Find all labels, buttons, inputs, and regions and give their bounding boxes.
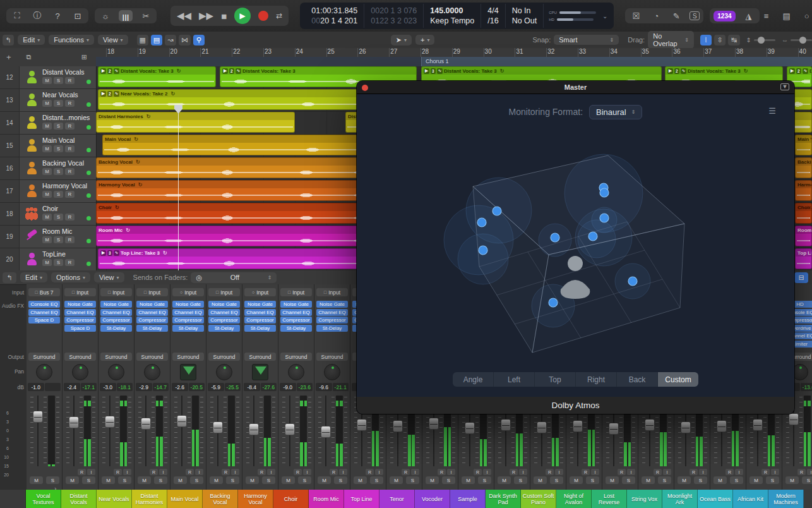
surround-panner[interactable]: [180, 364, 196, 380]
record-button[interactable]: R: [65, 236, 75, 243]
solo-button[interactable]: S: [766, 476, 779, 484]
fader-handle[interactable]: [609, 423, 619, 435]
mixer-options-menu[interactable]: Options▾: [51, 272, 90, 282]
solo-button[interactable]: S: [226, 476, 239, 484]
output-button[interactable]: Surround: [100, 353, 132, 361]
vertical-zoom-slider[interactable]: ⇕: [746, 37, 775, 44]
bottom-track-label[interactable]: Distant Vocals: [61, 490, 97, 508]
output-button[interactable]: Surround: [172, 353, 204, 361]
track-on-indicator[interactable]: [87, 171, 91, 175]
fader-handle[interactable]: [249, 423, 259, 435]
vertical-auto-zoom-button[interactable]: ⇳: [714, 35, 725, 45]
track-on-indicator[interactable]: [87, 216, 91, 221]
region[interactable]: Room Mic: [795, 226, 812, 246]
input-monitor-button[interactable]: I: [699, 469, 707, 475]
record-button[interactable]: [258, 11, 268, 21]
track-on-indicator[interactable]: [87, 125, 91, 130]
record-enable-button[interactable]: R: [294, 469, 302, 475]
mixer-strip-view-button[interactable]: ⊟: [794, 272, 808, 283]
fader-handle[interactable]: [357, 419, 367, 431]
mute-button[interactable]: M: [30, 476, 43, 484]
plugin-slot[interactable]: Channel EQ: [280, 309, 312, 316]
solo-button[interactable]: S: [54, 191, 63, 198]
solo-button[interactable]: S: [82, 476, 95, 484]
help-icon[interactable]: ?: [51, 10, 64, 21]
track-header-body[interactable]: Harmony VocalMSR: [20, 180, 96, 202]
fader-handle[interactable]: [573, 420, 583, 432]
brightness-icon[interactable]: ☼: [99, 10, 112, 21]
plugin-slot[interactable]: Noise Gate: [280, 301, 312, 308]
close-icon[interactable]: [362, 85, 368, 91]
track-header-body[interactable]: TopLineMSR: [20, 248, 96, 270]
scissors-icon[interactable]: ✂: [139, 10, 153, 21]
output-button[interactable]: Surround: [64, 353, 96, 361]
track-on-indicator[interactable]: [87, 262, 91, 266]
output-button[interactable]: Surround: [136, 353, 168, 361]
horizontal-zoom-slider[interactable]: ⇔: [782, 37, 812, 44]
plugin-slot[interactable]: Compressor: [280, 317, 312, 324]
solo-icon[interactable]: S: [690, 11, 700, 20]
bottom-track-label[interactable]: Dark Synth Pad: [486, 490, 521, 508]
plugin-slot[interactable]: St-Delay: [316, 325, 348, 332]
fader-handle[interactable]: [393, 420, 403, 432]
plugin-slot[interactable]: Channel EQ: [28, 309, 60, 316]
crossfade-icon[interactable]: ⋈: [179, 35, 190, 45]
output-button[interactable]: Surround: [316, 353, 348, 361]
mute-button[interactable]: M: [318, 476, 331, 484]
pan-knob[interactable]: [324, 364, 340, 380]
fader-handle[interactable]: [501, 419, 511, 431]
no-overlap-icon[interactable]: ☒: [629, 10, 643, 21]
info-icon[interactable]: ⓘ: [30, 10, 44, 21]
take-play-icon[interactable]: ▶: [100, 68, 106, 74]
mute-button[interactable]: M: [570, 476, 583, 484]
fader-handle[interactable]: [141, 418, 151, 430]
record-enable-button[interactable]: R: [150, 469, 158, 475]
mute-button[interactable]: M: [642, 476, 655, 484]
mixer-strip[interactable]: ○InputNoise GateChannel EQCompressorSt-D…: [170, 284, 206, 490]
track-on-indicator[interactable]: [87, 148, 91, 152]
plugin-slot[interactable]: Compressor: [316, 317, 348, 324]
expander-arrow[interactable]: ›: [54, 485, 56, 490]
bottom-track-label[interactable]: Distant Harmonies: [132, 490, 167, 508]
take-play-icon[interactable]: ▶: [424, 68, 429, 74]
input-monitor-button[interactable]: I: [231, 469, 239, 475]
region[interactable]: Backing Vocal: [795, 157, 812, 178]
region[interactable]: ▶2∿Distant Vocals: Take 3↻: [98, 66, 216, 87]
mixer-icon[interactable]: ꞁꞁꞁ: [119, 10, 133, 21]
plugin-slot[interactable]: Noise Gate: [316, 301, 348, 308]
solo-button[interactable]: S: [118, 476, 131, 484]
pan-knob[interactable]: [108, 364, 124, 380]
record-enable-button[interactable]: R: [510, 469, 518, 475]
mute-button[interactable]: M: [390, 476, 403, 484]
fader-handle[interactable]: [213, 421, 223, 433]
solo-button[interactable]: S: [694, 476, 707, 484]
record-button[interactable]: R: [65, 168, 75, 175]
plugin-slot[interactable]: Channel EQ: [244, 309, 276, 316]
atmos-audio-object[interactable]: [493, 207, 501, 215]
plugin-slot[interactable]: Channel EQ: [172, 309, 204, 316]
region[interactable]: Harmony Vocal: [795, 180, 812, 201]
track-header[interactable]: 20TopLineMSR: [0, 248, 96, 270]
bottom-track-label[interactable]: Custom Soft Piano: [521, 490, 556, 508]
mute-button[interactable]: M: [678, 476, 691, 484]
solo-button[interactable]: S: [802, 476, 812, 484]
marker-track[interactable]: Chorus 1: [96, 57, 812, 66]
volume-db-value[interactable]: -2.4: [64, 383, 80, 391]
mixer-strip[interactable]: □InputNoise GateChannel EQCompressorSt-D…: [314, 284, 350, 490]
record-enable-button[interactable]: R: [186, 469, 194, 475]
mixer-strip[interactable]: □Bus 7Console EQChannel EQSpace DSurroun…: [27, 284, 63, 490]
lcd-chevron-icon[interactable]: ⌄: [601, 4, 609, 28]
snap-select[interactable]: Smart⇕: [554, 35, 619, 45]
input-button[interactable]: □Input: [136, 288, 168, 296]
record-button[interactable]: R: [65, 214, 75, 221]
input-button[interactable]: □Input: [100, 288, 132, 296]
fader-handle[interactable]: [753, 419, 763, 431]
track-header[interactable]: 18ChoirMSR: [0, 203, 96, 226]
mixer-strip[interactable]: □InputNoise GateChannel EQCompressorSt-D…: [134, 284, 170, 490]
note-pads-icon[interactable]: ▤: [780, 10, 794, 21]
plugin-slot[interactable]: Console EQ: [28, 301, 60, 308]
mute-button[interactable]: M: [354, 476, 367, 484]
atmos-audio-object[interactable]: [600, 188, 609, 197]
plugin-slot[interactable]: Space D: [28, 317, 60, 324]
input-monitor-button[interactable]: I: [771, 469, 779, 475]
